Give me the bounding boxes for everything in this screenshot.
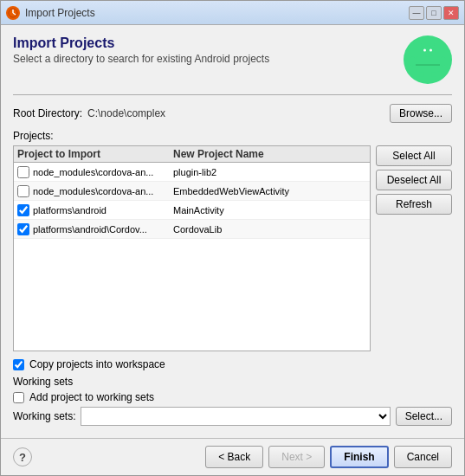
android-logo xyxy=(404,35,452,84)
help-button[interactable]: ? xyxy=(13,447,32,466)
working-sets-input-row: Working sets: Select... xyxy=(13,407,452,426)
svg-line-8 xyxy=(433,43,436,46)
title-bar: Import Projects — □ ✕ xyxy=(1,1,464,25)
main-window: Import Projects — □ ✕ Import Projects Se… xyxy=(0,0,465,476)
maximize-button[interactable]: □ xyxy=(426,6,442,20)
select-all-button[interactable]: Select All xyxy=(376,145,452,166)
col-import-header: Project to Import xyxy=(17,148,173,160)
svg-rect-10 xyxy=(441,56,445,67)
dialog-title: Import Projects xyxy=(13,35,397,51)
projects-table: Project to Import New Project Name node_… xyxy=(13,145,371,351)
projects-label: Projects: xyxy=(13,130,452,142)
window-controls: — □ ✕ xyxy=(409,6,459,20)
row-1-checkbox[interactable] xyxy=(17,166,29,178)
dialog-content: Import Projects Select a directory to se… xyxy=(1,25,464,438)
dialog-subtitle: Select a directory to search for existin… xyxy=(13,53,397,65)
footer-bar: ? < Back Next > Finish Cancel xyxy=(1,438,464,475)
table-row: platforms\android MainActivity xyxy=(14,201,370,220)
browse-button[interactable]: Browse... xyxy=(390,104,452,123)
row-2-checkbox[interactable] xyxy=(17,185,29,197)
svg-rect-3 xyxy=(416,56,440,72)
working-sets-label: Working sets: xyxy=(13,410,75,422)
copy-projects-label: Copy projects into workspace xyxy=(29,358,165,370)
row-2-import: node_modules\cordova-an... xyxy=(33,186,173,196)
copy-projects-row: Copy projects into workspace xyxy=(13,358,452,370)
row-1-import: node_modules\cordova-an... xyxy=(33,167,173,177)
add-working-sets-row: Add project to working sets xyxy=(13,391,452,403)
header-divider xyxy=(13,94,452,95)
col-name-header: New Project Name xyxy=(173,148,366,160)
window-title: Import Projects xyxy=(25,7,409,19)
minimize-button[interactable]: — xyxy=(409,6,424,20)
table-body: node_modules\cordova-an... plugin-lib2 n… xyxy=(14,163,370,351)
svg-point-4 xyxy=(420,45,436,57)
root-directory-row: Root Directory: C:\node\complex Browse..… xyxy=(13,104,452,123)
row-4-name: CordovaLib xyxy=(173,224,366,235)
table-row: node_modules\cordova-an... plugin-lib2 xyxy=(14,163,370,182)
row-3-name: MainActivity xyxy=(173,205,366,215)
bottom-section: Copy projects into workspace Working set… xyxy=(13,358,452,431)
add-working-sets-checkbox[interactable] xyxy=(13,392,24,403)
working-sets-select-button[interactable]: Select... xyxy=(396,407,452,426)
header-section: Import Projects Select a directory to se… xyxy=(13,35,452,84)
svg-point-6 xyxy=(429,49,432,52)
window-icon xyxy=(6,6,20,20)
refresh-button[interactable]: Refresh xyxy=(376,194,452,215)
root-dir-label: Root Directory: xyxy=(13,107,82,119)
row-1-name: plugin-lib2 xyxy=(173,167,366,177)
table-row: node_modules\cordova-an... EmbeddedWebVi… xyxy=(14,182,370,201)
table-row: platforms\android\Cordov... CordovaLib xyxy=(14,220,370,239)
svg-line-7 xyxy=(420,43,423,46)
row-4-checkbox[interactable] xyxy=(17,223,29,235)
row-3-checkbox[interactable] xyxy=(17,204,29,216)
projects-section: Projects: Project to Import New Project … xyxy=(13,130,452,351)
svg-rect-11 xyxy=(419,72,424,77)
add-working-sets-label: Add project to working sets xyxy=(29,391,154,403)
deselect-all-button[interactable]: Deselect All xyxy=(376,170,452,190)
side-buttons: Select All Deselect All Refresh xyxy=(376,145,452,351)
finish-button[interactable]: Finish xyxy=(330,446,388,468)
header-text: Import Projects Select a directory to se… xyxy=(13,35,397,65)
row-2-name: EmbeddedWebViewActivity xyxy=(173,186,366,196)
svg-rect-9 xyxy=(410,56,415,67)
next-button[interactable]: Next > xyxy=(268,446,325,468)
row-3-import: platforms\android xyxy=(33,205,173,215)
svg-rect-12 xyxy=(431,72,436,77)
copy-projects-checkbox[interactable] xyxy=(13,359,24,370)
table-header: Project to Import New Project Name xyxy=(14,146,370,163)
cancel-button[interactable]: Cancel xyxy=(394,446,452,468)
working-sets-dropdown[interactable] xyxy=(81,407,390,426)
svg-point-5 xyxy=(423,49,426,52)
footer-buttons: < Back Next > Finish Cancel xyxy=(205,446,452,468)
working-sets-title: Working sets xyxy=(13,376,452,388)
back-button[interactable]: < Back xyxy=(205,446,263,468)
working-sets-section: Working sets Add project to working sets… xyxy=(13,376,452,426)
projects-container: Project to Import New Project Name node_… xyxy=(13,145,452,351)
row-4-import: platforms\android\Cordov... xyxy=(33,224,173,235)
close-button[interactable]: ✕ xyxy=(443,6,459,20)
root-dir-value: C:\node\complex xyxy=(87,107,384,119)
